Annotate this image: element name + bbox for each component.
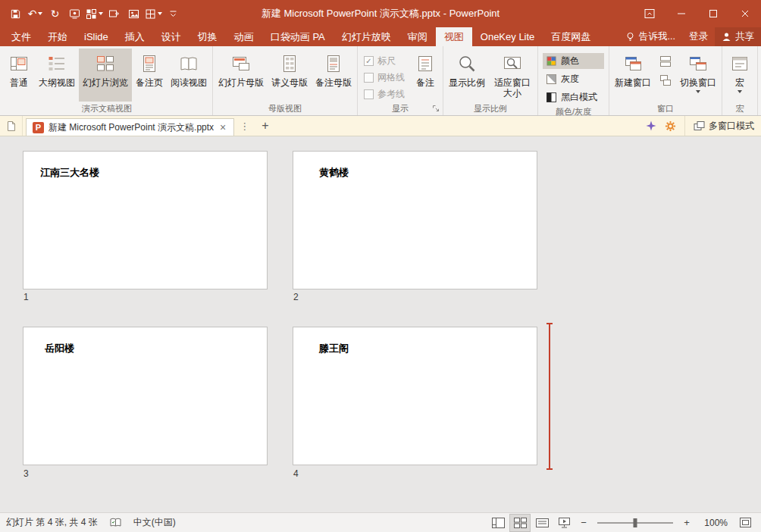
new-window-button[interactable]: 新建窗口: [611, 49, 655, 102]
group-label: 演示文稿视图: [3, 102, 211, 115]
zoom-slider[interactable]: [597, 522, 673, 524]
close-button[interactable]: [729, 0, 761, 27]
share-button[interactable]: 共享: [715, 27, 761, 46]
tell-me-button[interactable]: 告诉我...: [619, 27, 682, 46]
reading-view-toggle[interactable]: [532, 515, 552, 531]
sign-in-button[interactable]: 登录: [682, 27, 715, 46]
slide-thumbnail-2[interactable]: 黄鹤楼: [293, 151, 537, 289]
quick-access-toolbar: ↶ ↻: [0, 0, 182, 27]
undo-button[interactable]: ↶: [27, 4, 44, 23]
handout-master-button[interactable]: 讲义母版: [268, 49, 312, 102]
slide-show-toggle[interactable]: [554, 515, 574, 531]
notes-page-button[interactable]: 备注页: [132, 49, 167, 102]
addin-export-button[interactable]: [105, 4, 123, 23]
slide-thumbnail-1[interactable]: 江南三大名楼: [23, 151, 268, 289]
redo-button[interactable]: ↻: [46, 4, 64, 23]
tab-review[interactable]: 审阅: [399, 27, 436, 46]
multi-window-mode-button[interactable]: 多窗口模式: [684, 116, 754, 136]
notes-master-button[interactable]: 备注母版: [312, 49, 355, 102]
zoom-slider-thumb[interactable]: [634, 518, 637, 527]
normal-view-toggle[interactable]: [488, 515, 508, 531]
switch-windows-icon: [688, 52, 708, 75]
reading-view-button[interactable]: 阅读视图: [167, 49, 211, 102]
tab-baidu-netdisk[interactable]: 百度网盘: [543, 27, 599, 46]
switch-windows-button[interactable]: 切换窗口: [676, 49, 720, 102]
tab-insert[interactable]: 插入: [117, 27, 153, 46]
group-color-grayscale: 颜色 灰度 黑白模式 颜色/灰度: [538, 46, 609, 115]
new-tab-button[interactable]: +: [255, 116, 275, 136]
tab-design[interactable]: 设计: [153, 27, 189, 46]
addin-record-button[interactable]: [66, 4, 83, 23]
zoom-out-button[interactable]: −: [576, 517, 591, 528]
slide-sorter-button[interactable]: 幻灯片浏览: [79, 49, 132, 102]
slide-thumbnail-4[interactable]: 滕王阁: [293, 327, 537, 465]
dialog-launcher-button[interactable]: [431, 103, 441, 114]
slide-master-icon: [231, 52, 251, 75]
button-label: 适应窗口大小: [493, 77, 532, 99]
ribbon-display-options-button[interactable]: [634, 0, 665, 27]
black-white-option-button[interactable]: 黑白模式: [543, 89, 604, 105]
proofing-icon: [110, 518, 121, 527]
slide-thumbnail-3[interactable]: 岳阳楼: [23, 327, 268, 465]
sign-in-label: 登录: [689, 30, 708, 43]
window-small-buttons: [655, 48, 676, 102]
slide-sorter-toggle[interactable]: [510, 515, 530, 531]
zoom-level[interactable]: 100%: [700, 518, 728, 528]
macros-button[interactable]: 宏: [724, 49, 756, 102]
group-label: 显示比例: [445, 102, 536, 115]
tab-list-button[interactable]: [0, 116, 23, 136]
slide-number: 4: [293, 468, 299, 479]
fit-slide-to-window-button[interactable]: [735, 515, 755, 531]
tab-slide-show[interactable]: 幻灯片放映: [334, 27, 399, 46]
customize-qat-button[interactable]: [164, 4, 182, 23]
addin-image-button[interactable]: [125, 4, 142, 23]
normal-view-button[interactable]: 普通: [3, 49, 35, 102]
slide-sorter-icon: [514, 518, 527, 528]
document-tab[interactable]: P 新建 Microsoft PowerPoint 演示文稿.pptx ×: [26, 118, 234, 136]
zoom-button[interactable]: 显示比例: [445, 49, 489, 102]
addin-sparkle-button[interactable]: [646, 120, 656, 131]
tab-transitions[interactable]: 切换: [189, 27, 226, 46]
zoom-in-button[interactable]: +: [679, 517, 694, 528]
fit-to-window-button[interactable]: 适应窗口大小: [489, 49, 536, 102]
group-presentation-views: 普通 大纲视图 幻灯片浏览 备注页 阅读视图: [2, 46, 213, 115]
color-option-button[interactable]: 颜色: [543, 53, 604, 69]
outline-view-button[interactable]: 大纲视图: [35, 49, 79, 102]
tab-home[interactable]: 开始: [39, 27, 76, 46]
arrange-all-button[interactable]: [657, 54, 674, 69]
color-icon: [546, 56, 556, 66]
slide-title: 岳阳楼: [40, 342, 74, 355]
tab-pocket-animation[interactable]: 口袋动画 PA: [262, 27, 334, 46]
gridlines-checkbox[interactable]: 网格线: [364, 71, 405, 84]
button-label: 阅读视图: [171, 77, 207, 88]
dialog-launcher-icon: [432, 105, 440, 112]
slide-show-icon: [558, 518, 571, 528]
ruler-checkbox[interactable]: ✓标尺: [364, 55, 405, 67]
addin-grid-button[interactable]: [86, 4, 103, 23]
addin-layout-button[interactable]: [145, 4, 162, 23]
tab-islide[interactable]: iSlide: [76, 27, 117, 46]
minimize-button[interactable]: [665, 0, 697, 27]
tab-settings-button[interactable]: [665, 120, 676, 132]
notes-button[interactable]: 备注: [409, 49, 441, 102]
new-window-icon: [623, 52, 643, 75]
chevron-down-icon: [169, 10, 177, 18]
grayscale-option-button[interactable]: 灰度: [543, 71, 604, 87]
tab-animations[interactable]: 动画: [226, 27, 262, 46]
save-button[interactable]: [7, 4, 24, 23]
proofing-button[interactable]: [110, 518, 121, 527]
tab-menu-button[interactable]: ⋮: [234, 116, 255, 136]
language-indicator[interactable]: 中文(中国): [133, 516, 176, 529]
dropdown-arrow-icon: [38, 12, 42, 15]
document-tab-bar: P 新建 Microsoft PowerPoint 演示文稿.pptx × ⋮ …: [0, 116, 761, 136]
handout-master-icon: [280, 52, 299, 75]
guides-checkbox[interactable]: 参考线: [364, 88, 405, 101]
tab-view[interactable]: 视图: [436, 27, 472, 46]
maximize-button[interactable]: [697, 0, 729, 27]
tab-file[interactable]: 文件: [3, 27, 39, 46]
tab-onekey-lite[interactable]: OneKey Lite: [472, 27, 543, 46]
dropdown-arrow-icon: [99, 12, 103, 15]
cascade-button[interactable]: [657, 73, 674, 88]
slide-master-button[interactable]: 幻灯片母版: [215, 49, 268, 102]
tab-close-button[interactable]: ×: [218, 121, 227, 133]
